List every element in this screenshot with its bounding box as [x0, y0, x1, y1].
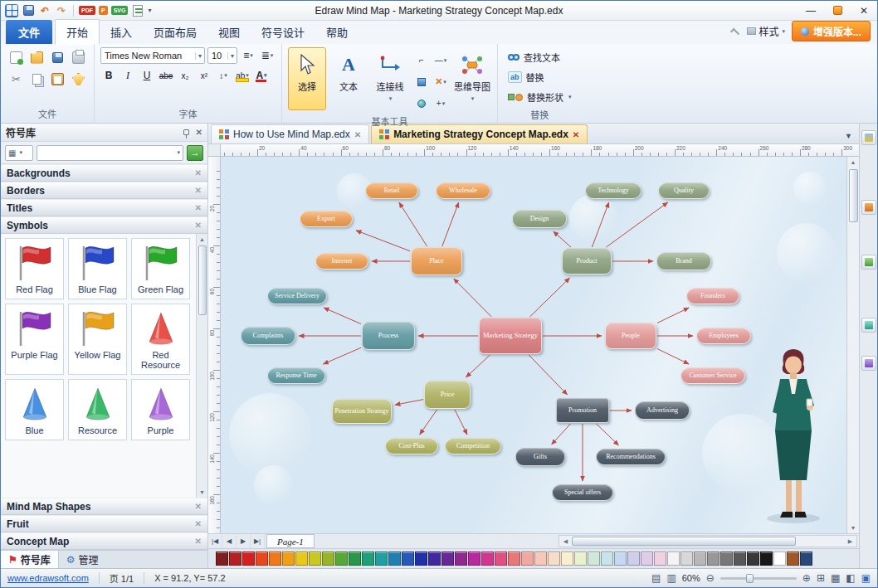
close-icon[interactable]: ✕: [195, 502, 202, 511]
symbol-tile[interactable]: Red Resource: [131, 304, 190, 375]
replace-shape-button[interactable]: 替换形状 ▾: [504, 87, 576, 107]
color-swatch[interactable]: [362, 552, 374, 566]
section-mind-map-shapes[interactable]: Mind Map Shapes✕: [1, 498, 207, 515]
line-tool-button[interactable]: —▾: [432, 50, 450, 70]
mindmap-node-internet[interactable]: Internet: [315, 253, 368, 270]
paste-button[interactable]: [48, 69, 67, 89]
color-swatch[interactable]: [534, 552, 547, 566]
color-swatch[interactable]: [694, 552, 706, 566]
qat-menu-caret-icon[interactable]: ▾: [148, 7, 151, 14]
maximize-button[interactable]: [824, 1, 851, 20]
subscript-button[interactable]: x₂: [177, 67, 193, 84]
highlight-button[interactable]: ab▾: [234, 67, 251, 84]
mindmap-tool-button[interactable]: 思维导图 ▾: [453, 47, 491, 110]
library-search-input[interactable]: ▾: [37, 145, 183, 161]
replace-button[interactable]: ab 替换: [504, 67, 576, 87]
ellipse-tool-button[interactable]: [412, 93, 431, 114]
panel-toggle-format[interactable]: [861, 356, 876, 371]
grid-toggle-icon[interactable]: ▦: [831, 572, 840, 584]
open-button[interactable]: [27, 47, 46, 67]
color-swatch[interactable]: [680, 552, 693, 566]
zoom-out-button[interactable]: ⊖: [706, 572, 715, 584]
connector-tool-button[interactable]: 连接线 ▾: [371, 47, 409, 110]
color-swatch[interactable]: [428, 552, 441, 566]
color-swatch[interactable]: [548, 552, 560, 566]
color-swatch[interactable]: [335, 552, 348, 566]
page-view-icon[interactable]: ▥: [666, 572, 676, 584]
panel-toggle-notes[interactable]: [861, 255, 876, 270]
color-swatch[interactable]: [654, 552, 666, 566]
section-titles[interactable]: Titles✕: [1, 199, 207, 216]
scroll-down-icon[interactable]: ▼: [197, 487, 207, 498]
mindmap-node-export[interactable]: Export: [300, 211, 353, 227]
export-ppt-button[interactable]: P: [99, 6, 108, 15]
close-icon[interactable]: ✕: [195, 537, 202, 546]
tab-symbol-design[interactable]: 符号设计: [251, 20, 315, 44]
color-swatch[interactable]: [773, 552, 786, 566]
mindmap-node-gifts[interactable]: Gifts: [515, 448, 565, 466]
tab-insert[interactable]: 插入: [100, 20, 143, 44]
mindmap-node-founders[interactable]: Founders: [686, 288, 739, 304]
mindmap-node-cost-plus[interactable]: Cost-Plus: [385, 438, 438, 454]
close-icon[interactable]: ✕: [195, 519, 202, 528]
first-page-button[interactable]: |◀: [208, 534, 222, 548]
symbol-tile[interactable]: Green Flag: [131, 238, 190, 299]
rectangle-tool-button[interactable]: [412, 71, 431, 92]
symbol-tile[interactable]: Yellow Flag: [68, 304, 127, 375]
upgrade-button[interactable]: 增强版本...: [792, 21, 871, 41]
mindmap-node-wholesale[interactable]: Wholesale: [436, 182, 490, 199]
close-icon[interactable]: ✕: [195, 168, 202, 177]
section-fruit[interactable]: Fruit✕: [1, 515, 207, 532]
mindmap-node-product[interactable]: Product: [562, 248, 612, 275]
more-tools-button[interactable]: +▾: [432, 93, 450, 114]
split-view-icon[interactable]: ◧: [846, 572, 855, 584]
format-painter-button[interactable]: [69, 69, 88, 89]
mindmap-node-competition[interactable]: Competition: [445, 438, 501, 454]
color-swatch[interactable]: [309, 552, 321, 566]
color-swatch[interactable]: [322, 552, 334, 566]
bold-button[interactable]: B: [100, 67, 117, 84]
redo-icon[interactable]: ↷: [55, 4, 68, 17]
color-swatch[interactable]: [707, 552, 719, 566]
cut-button[interactable]: ✂: [7, 69, 26, 89]
mindmap-node-recommendations[interactable]: Recommendations: [596, 449, 666, 465]
mindmap-node-complaints[interactable]: Complaints: [241, 327, 295, 345]
underline-button[interactable]: U: [139, 67, 155, 84]
scroll-up-icon[interactable]: ▲: [847, 157, 859, 168]
mindmap-node-response-time[interactable]: Response Time: [267, 367, 325, 384]
color-swatch[interactable]: [441, 552, 454, 566]
panel-toggle-clipart[interactable]: [861, 130, 876, 145]
fit-page-icon[interactable]: ⊞: [817, 572, 825, 584]
color-swatch[interactable]: [760, 552, 773, 566]
color-swatch[interactable]: [800, 552, 812, 566]
mindmap-node-people[interactable]: People: [605, 323, 656, 349]
tab-file[interactable]: 文件: [6, 20, 52, 44]
mindmap-node-penetration-strategy[interactable]: Penetration Strategy: [332, 399, 392, 424]
library-view-select[interactable]: ▦ ▾: [5, 145, 33, 161]
color-swatch[interactable]: [614, 552, 627, 566]
print-button[interactable]: [69, 47, 88, 67]
symbol-tile[interactable]: Purple Flag: [5, 304, 64, 375]
close-tab-icon[interactable]: ✕: [573, 130, 579, 139]
tab-list-caret-icon[interactable]: ▼: [838, 132, 859, 143]
symbol-tile[interactable]: Purple: [131, 379, 190, 440]
color-swatch[interactable]: [269, 552, 281, 566]
color-swatch[interactable]: [787, 552, 799, 566]
font-color-button[interactable]: A▾: [253, 67, 270, 84]
export-svg-button[interactable]: SVG: [111, 6, 129, 15]
symbol-tile[interactable]: Blue Flag: [68, 238, 127, 299]
line-spacing-button[interactable]: ↕▾: [215, 67, 232, 84]
tab-view[interactable]: 视图: [207, 20, 251, 44]
close-icon[interactable]: ✕: [195, 186, 202, 195]
color-swatch[interactable]: [641, 552, 653, 566]
color-swatch[interactable]: [282, 552, 295, 566]
curve-tool-button[interactable]: ⌐: [412, 50, 431, 70]
library-scrollbar[interactable]: ▲ ▼: [196, 234, 207, 498]
color-swatch[interactable]: [295, 552, 308, 566]
mindmap-node-customer-service[interactable]: Customer Service: [680, 367, 745, 384]
color-swatch[interactable]: [468, 552, 480, 566]
color-swatch[interactable]: [402, 552, 414, 566]
scroll-right-icon[interactable]: ▶: [844, 538, 856, 545]
close-panel-icon[interactable]: ✕: [196, 128, 202, 137]
export-pdf-button[interactable]: PDF: [79, 6, 95, 15]
